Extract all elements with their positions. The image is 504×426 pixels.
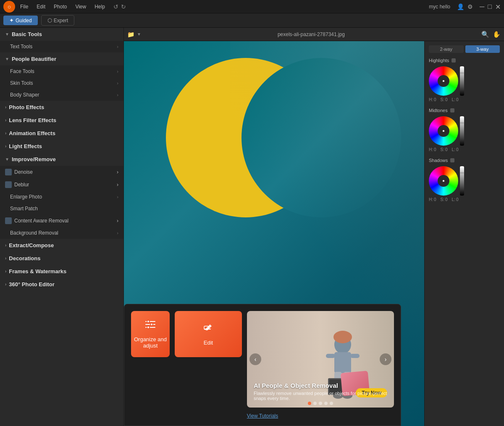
shadows-color-wheel[interactable] — [429, 166, 458, 196]
redo-button[interactable]: ↻ — [121, 3, 126, 10]
svg-point-22 — [147, 320, 150, 323]
midtones-slider-thumb — [460, 122, 464, 124]
promo-dot-4[interactable] — [324, 402, 328, 405]
menu-help[interactable]: Help — [93, 3, 107, 10]
expert-mode-button[interactable]: ⬡ Expert — [41, 15, 75, 26]
organize-adjust-icon — [144, 319, 156, 332]
sidebar-item-denoise[interactable]: Denoise › — [0, 166, 123, 178]
menu-file[interactable]: File — [18, 3, 30, 10]
view-tutorials-link[interactable]: View Tutorials — [247, 413, 278, 419]
midtones-brightness-slider[interactable] — [460, 116, 464, 146]
highlights-label: Highlights — [429, 58, 449, 63]
shadows-checkbox[interactable] — [450, 158, 454, 162]
undo-button[interactable]: ↺ — [113, 3, 118, 10]
sidebar-section-people-beautifier[interactable]: ▼ People Beautifier — [0, 52, 123, 65]
highlights-section: Highlights H:0 — [429, 58, 500, 102]
highlights-l-val: L:0 — [452, 97, 459, 102]
welcome-footer: View Tutorials — [131, 413, 394, 419]
sidebar-item-face-tools[interactable]: Face Tools › — [0, 65, 123, 77]
open-file-icon[interactable]: 📁 — [127, 31, 134, 38]
main-layout: ▼ Basic Tools Text Tools › ▼ People Beau… — [0, 28, 504, 426]
open-file-arrow[interactable]: ▼ — [137, 32, 141, 37]
sidebar-section-animation-effects[interactable]: › Animation Effects — [0, 127, 123, 140]
settings-icon[interactable]: ⚙ — [467, 3, 473, 10]
promo-area: ‹ › AI People & Object Removal Flawlessl… — [247, 311, 394, 408]
shadows-wheel-container — [429, 166, 500, 196]
decorations-arrow: › — [5, 256, 6, 261]
sidebar-section-decorations[interactable]: › Decorations — [0, 252, 123, 265]
cursor-icon[interactable]: ✋ — [493, 31, 501, 38]
edit-card[interactable]: Edit — [175, 311, 242, 357]
guided-mode-button[interactable]: ✦ Guided — [3, 16, 38, 25]
animation-effects-label: Animation Effects — [9, 130, 55, 136]
sidebar-section-light-effects[interactable]: › Light Effects — [0, 140, 123, 153]
sidebar-item-smart-patch[interactable]: Smart Patch — [0, 203, 123, 214]
frames-watermarks-arrow: › — [5, 269, 6, 274]
sidebar-item-skin-tools[interactable]: Skin Tools › — [0, 77, 123, 89]
highlights-checkbox[interactable] — [452, 58, 456, 63]
promo-dot-2[interactable] — [313, 402, 317, 405]
shadows-hsl-row: H:0 S:0 L:0 — [429, 197, 500, 202]
search-icon[interactable]: 🔍 — [481, 31, 489, 38]
promo-dot-5[interactable] — [330, 402, 333, 405]
photo-canvas: ⤢ — [124, 41, 504, 426]
highlights-wheel-dot — [442, 80, 445, 82]
midtones-color-wheel[interactable] — [429, 116, 458, 146]
promo-prev-button[interactable]: ‹ — [249, 353, 261, 365]
lens-filter-label: Lens Filter Effects — [9, 117, 56, 123]
extract-compose-arrow: › — [5, 243, 6, 248]
light-effects-label: Light Effects — [9, 143, 42, 149]
promo-next-button[interactable]: › — [380, 353, 391, 365]
midtones-section: Midtones H:0 — [429, 108, 500, 152]
content-aware-icon — [5, 217, 12, 224]
3way-tab[interactable]: 3-way — [465, 45, 500, 53]
undo-redo-group: ↺ ↻ — [113, 3, 126, 10]
menu-edit[interactable]: Edit — [35, 3, 47, 10]
sidebar-item-enlarge-photo[interactable]: Enlarge Photo › — [0, 191, 123, 203]
enlarge-photo-chevron: › — [117, 194, 118, 199]
promo-dot-3[interactable] — [319, 402, 322, 405]
shadows-header: Shadows — [429, 158, 500, 163]
svg-rect-30 — [350, 354, 360, 358]
sidebar-section-360-editor[interactable]: › 360° Photo Editor — [0, 278, 123, 291]
maximize-button[interactable]: □ — [488, 3, 492, 10]
deblur-icon — [5, 181, 12, 188]
canvas-filename: pexels-ali-pazani-2787341.jpg — [141, 31, 481, 37]
face-tools-chevron: › — [117, 69, 118, 74]
sidebar-item-deblur[interactable]: Deblur › — [0, 178, 123, 191]
highlights-brightness-slider[interactable] — [460, 66, 464, 96]
midtones-wheel-container — [429, 116, 500, 146]
midtones-header: Midtones — [429, 108, 500, 113]
organize-adjust-card[interactable]: Organize and adjust — [131, 311, 170, 357]
animation-effects-arrow: › — [5, 131, 6, 136]
user-avatar-icon: 👤 — [457, 3, 464, 10]
sidebar-item-text-tools[interactable]: Text Tools › — [0, 41, 123, 52]
sidebar-section-frames-watermarks[interactable]: › Frames & Watermarks — [0, 265, 123, 278]
content-aware-chevron: › — [117, 218, 118, 224]
promo-dot-1[interactable] — [308, 402, 311, 405]
menu-photo[interactable]: Photo — [52, 3, 68, 10]
sidebar-section-photo-effects[interactable]: › Photo Effects — [0, 101, 123, 114]
svg-point-23 — [150, 323, 153, 326]
svg-rect-28 — [334, 352, 351, 373]
shadows-brightness-slider[interactable] — [460, 166, 464, 196]
sidebar-item-body-shaper[interactable]: Body Shaper › — [0, 89, 123, 101]
sidebar: ▼ Basic Tools Text Tools › ▼ People Beau… — [0, 28, 124, 426]
lens-filter-arrow: › — [5, 118, 6, 123]
sidebar-item-background-removal[interactable]: Background Removal › — [0, 227, 123, 239]
menu-view[interactable]: View — [74, 3, 88, 10]
sidebar-section-improve-remove[interactable]: ▼ Improve/Remove — [0, 153, 123, 166]
deblur-chevron: › — [117, 182, 118, 188]
sidebar-item-content-aware-removal[interactable]: Content Aware Removal › — [0, 214, 123, 227]
highlights-color-wheel[interactable] — [429, 66, 458, 96]
midtones-checkbox[interactable] — [450, 108, 454, 112]
menu-bar: File Edit Photo View Help — [18, 3, 107, 10]
sidebar-section-extract-compose[interactable]: › Extract/Compose — [0, 239, 123, 252]
sidebar-section-basic-tools[interactable]: ▼ Basic Tools — [0, 28, 123, 41]
sidebar-section-lens-filter[interactable]: › Lens Filter Effects — [0, 114, 123, 127]
minimize-button[interactable]: ─ — [480, 3, 484, 10]
close-button[interactable]: ✕ — [495, 3, 501, 10]
guided-icon: ✦ — [9, 17, 14, 24]
canvas-toolbar: 📁 ▼ pexels-ali-pazani-2787341.jpg 🔍 ✋ — [124, 28, 504, 41]
2way-tab[interactable]: 2-way — [429, 45, 464, 53]
